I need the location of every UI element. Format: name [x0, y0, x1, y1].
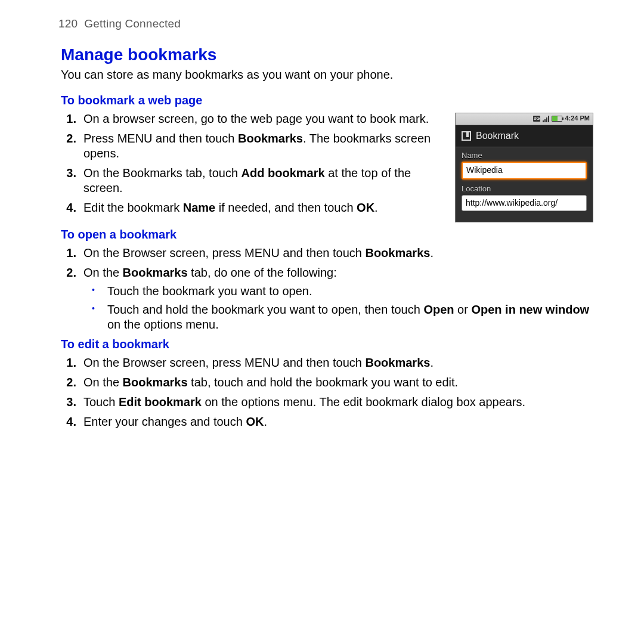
steps-open-bookmark: On the Browser screen, press MENU and th…: [79, 246, 593, 332]
step: Edit the bookmark Name if needed, and th…: [79, 200, 444, 215]
step: Enter your changes and touch OK.: [79, 414, 593, 429]
status-bar: 3G 4:24 PM: [456, 113, 593, 125]
subheading-bookmark-page: To bookmark a web page: [61, 93, 593, 108]
step: Press MENU and then touch Bookmarks. The…: [79, 131, 444, 161]
bookmark-form: Name Wikipedia Location http://www.wikip…: [456, 147, 593, 222]
subheading-open-bookmark: To open a bookmark: [61, 227, 593, 242]
step: On the Bookmarks tab, do one of the foll…: [79, 265, 593, 332]
steps-bookmark-page: On a browser screen, go to the web page …: [79, 112, 444, 215]
location-label: Location: [462, 184, 587, 194]
battery-icon: [552, 116, 562, 122]
intro-text: You can store as many bookmarks as you w…: [61, 67, 593, 82]
name-label: Name: [462, 151, 587, 160]
subheading-edit-bookmark: To edit a bookmark: [61, 337, 593, 352]
network-3g-icon: 3G: [533, 116, 541, 122]
page-header: 120 Getting Connected: [58, 17, 593, 31]
bookmark-icon: [462, 131, 471, 141]
location-field[interactable]: http://www.wikipedia.org/: [462, 195, 587, 212]
step: On a browser screen, go to the web page …: [79, 112, 444, 126]
open-bullets: Touch the bookmark you want to open. Tou…: [101, 284, 593, 332]
dialog-title: Bookmark: [476, 130, 519, 142]
list-item: Touch the bookmark you want to open.: [101, 284, 593, 299]
step: On the Bookmarks tab, touch Add bookmark…: [79, 166, 444, 196]
list-item: Touch and hold the bookmark you want to …: [101, 302, 593, 332]
page-number: 120: [58, 17, 78, 30]
name-field[interactable]: Wikipedia: [462, 162, 587, 179]
section-title: Manage bookmarks: [61, 44, 593, 65]
bookmark-dialog-header: Bookmark: [456, 125, 593, 147]
step: On the Bookmarks tab, touch and hold the…: [79, 375, 593, 390]
step: On the Browser screen, press MENU and th…: [79, 246, 593, 261]
steps-edit-bookmark: On the Browser screen, press MENU and th…: [79, 355, 593, 429]
step: Touch Edit bookmark on the options menu.…: [79, 395, 593, 410]
chapter-title: Getting Connected: [84, 17, 181, 30]
signal-icon: [543, 115, 549, 122]
phone-screenshot: 3G 4:24 PM Bookmark Name Wikipedia Locat…: [455, 113, 593, 223]
step: On the Browser screen, press MENU and th…: [79, 355, 593, 370]
status-time: 4:24 PM: [565, 114, 590, 123]
